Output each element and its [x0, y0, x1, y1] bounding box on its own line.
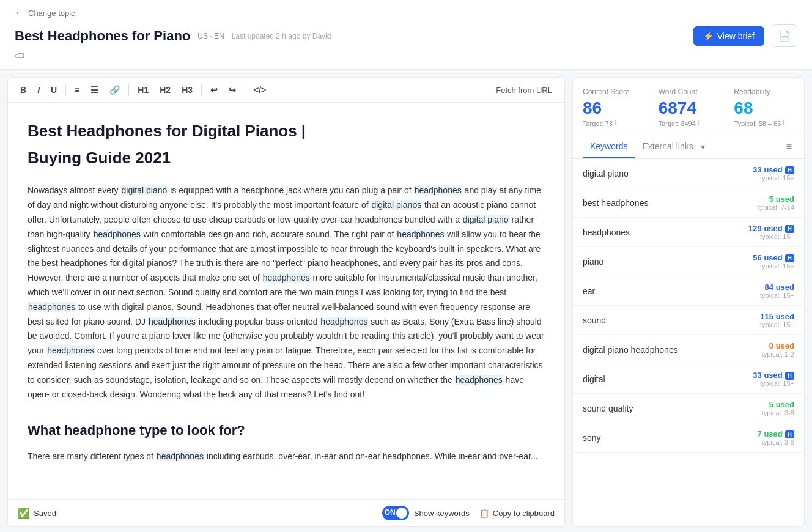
undo-button[interactable]: ↩	[205, 83, 223, 97]
editor-body-1: Nowadays almost every digital piano is e…	[28, 183, 545, 402]
toggle-slider: ON	[382, 506, 409, 520]
keywords-tabs: Keywords External links ▾ ≡	[573, 135, 804, 159]
keyword-typical: typical: 15+	[760, 292, 794, 299]
score-divider-1	[651, 90, 651, 125]
clipboard-icon: 📋	[479, 509, 489, 518]
back-arrow-icon: ←	[15, 7, 24, 18]
keyword-name: sound quality	[583, 404, 762, 413]
keyword-name: piano	[583, 257, 753, 267]
readability-target-text: Typical: 58 – 66	[734, 120, 781, 127]
keyword-stats: 5 used typical: 7-14	[758, 194, 794, 211]
h3-button[interactable]: H3	[177, 83, 197, 97]
align-button[interactable]: ≡	[70, 83, 84, 97]
redo-button[interactable]: ↪	[224, 83, 241, 97]
keyword-stats: 84 used typical: 15+	[760, 283, 794, 299]
keyword-typical: typical: 15+	[753, 380, 794, 387]
word-count-block: Word Count 6874 Target: 3494 ℹ	[659, 87, 719, 127]
keyword-typical: typical: 15+	[760, 321, 794, 328]
document-icon: 📄	[778, 31, 791, 41]
readability-value: 68	[734, 98, 794, 118]
keyword-row: headphones 129 usedH typical: 15+	[573, 218, 804, 247]
readability-target: Typical: 58 – 66 ℹ	[734, 119, 794, 127]
saved-status: ✅ Saved!	[18, 508, 58, 519]
tab-external-links[interactable]: External links	[635, 135, 700, 158]
tab-dropdown-icon[interactable]: ▾	[701, 142, 705, 152]
editor-title: Best Headphones for Digital Pianos |Buyi…	[28, 117, 545, 171]
locale-badge: US · EN	[197, 32, 224, 40]
list-button[interactable]: ☰	[86, 83, 103, 97]
bold-button[interactable]: B	[15, 83, 31, 97]
h-badge: H	[785, 225, 794, 233]
keyword-typical: typical: 3-6	[762, 409, 794, 416]
readability-block: Readability 68 Typical: 58 – 66 ℹ	[734, 87, 794, 127]
keyword-name: headphones	[583, 227, 748, 237]
document-icon-button[interactable]: 📄	[772, 24, 797, 47]
content-score-target-text: Target: 73	[583, 120, 613, 127]
keyword-name: digital	[583, 374, 753, 384]
keyword-used: 0 used	[762, 341, 794, 350]
score-divider-2	[726, 90, 726, 125]
word-count-label: Word Count	[659, 87, 719, 96]
sidebar-panel: Content Score 86 Target: 73 ℹ Word Count…	[572, 77, 805, 527]
word-count-target: Target: 3494 ℹ	[659, 119, 719, 127]
view-brief-icon: ⚡	[703, 31, 714, 41]
keyword-used: 33 usedH	[753, 165, 794, 174]
readability-label: Readability	[734, 87, 794, 96]
view-brief-label: View brief	[717, 31, 755, 41]
toolbar-divider-2	[128, 84, 129, 96]
keyword-stats: 5 used typical: 3-6	[762, 400, 794, 416]
content-score-label: Content Score	[583, 87, 643, 96]
keyword-typical: typical: 15+	[753, 262, 794, 270]
copy-clipboard-button[interactable]: 📋 Copy to clipboard	[479, 509, 555, 518]
code-button[interactable]: </>	[249, 83, 271, 97]
link-button[interactable]: 🔗	[105, 83, 125, 97]
keyword-used: 7 usedH	[758, 429, 794, 438]
fetch-url-button[interactable]: Fetch from URL	[491, 83, 557, 97]
keywords-toggle[interactable]: ON	[382, 506, 409, 520]
keyword-stats: 7 usedH typical: 3-6	[758, 429, 794, 446]
keyword-typical: typical: 15+	[748, 233, 794, 240]
h2-button[interactable]: H2	[155, 83, 175, 97]
italic-button[interactable]: I	[32, 83, 45, 97]
h-badge: H	[785, 430, 794, 438]
keyword-typical: typical: 1-2	[762, 350, 794, 358]
keyword-row: best headphones 5 used typical: 7-14	[573, 188, 804, 218]
word-count-info-icon[interactable]: ℹ	[698, 119, 700, 127]
readability-info-icon[interactable]: ℹ	[783, 119, 785, 127]
keyword-row: digital 33 usedH typical: 15+	[573, 364, 804, 394]
h1-button[interactable]: H1	[133, 83, 153, 97]
keywords-list: digital piano 33 usedH typical: 15+ best…	[573, 159, 804, 526]
keyword-name: digital piano headphones	[583, 345, 762, 355]
keyword-stats: 115 used typical: 15+	[760, 312, 794, 328]
keyword-used: 56 usedH	[753, 253, 794, 262]
tab-keywords[interactable]: Keywords	[583, 135, 635, 158]
content-score-info-icon[interactable]: ℹ	[615, 119, 617, 127]
h-badge: H	[785, 254, 794, 262]
tag-row: 🏷	[15, 47, 797, 62]
keyword-used: 5 used	[758, 194, 794, 204]
toolbar: B I U ≡ ☰ 🔗 H1 H2 H3 ↩ ↪ </> Fetch from …	[8, 78, 564, 103]
underline-button[interactable]: U	[46, 83, 62, 97]
filter-button[interactable]: ≡	[784, 139, 794, 155]
keyword-name: best headphones	[583, 198, 758, 208]
view-brief-button[interactable]: ⚡ View brief	[693, 26, 764, 46]
back-link-label: Change topic	[28, 9, 75, 18]
keyword-stats: 129 usedH typical: 15+	[748, 224, 794, 240]
toolbar-divider-4	[245, 84, 245, 96]
show-keywords-label: Show keywords	[414, 509, 470, 518]
clipboard-label: Copy to clipboard	[493, 509, 555, 518]
bottom-bar: ✅ Saved! ON Show keywords 📋 Copy to clip…	[8, 499, 564, 526]
back-link[interactable]: ← Change topic	[15, 7, 797, 18]
keyword-stats: 0 used typical: 1-2	[762, 341, 794, 358]
word-count-target-text: Target: 3494	[659, 120, 696, 127]
keyword-row: sound 115 used typical: 15+	[573, 306, 804, 335]
keyword-typical: typical: 3-6	[758, 438, 794, 446]
scores-row: Content Score 86 Target: 73 ℹ Word Count…	[573, 78, 804, 135]
page-title: Best Headphones for Piano	[15, 28, 190, 44]
keyword-name: sony	[583, 433, 758, 443]
toolbar-divider-1	[65, 84, 66, 96]
keyword-used: 129 usedH	[748, 224, 794, 233]
editor-content[interactable]: Best Headphones for Digital Pianos |Buyi…	[8, 103, 564, 499]
content-score-target: Target: 73 ℹ	[583, 119, 643, 127]
tag-icon[interactable]: 🏷	[15, 51, 24, 61]
